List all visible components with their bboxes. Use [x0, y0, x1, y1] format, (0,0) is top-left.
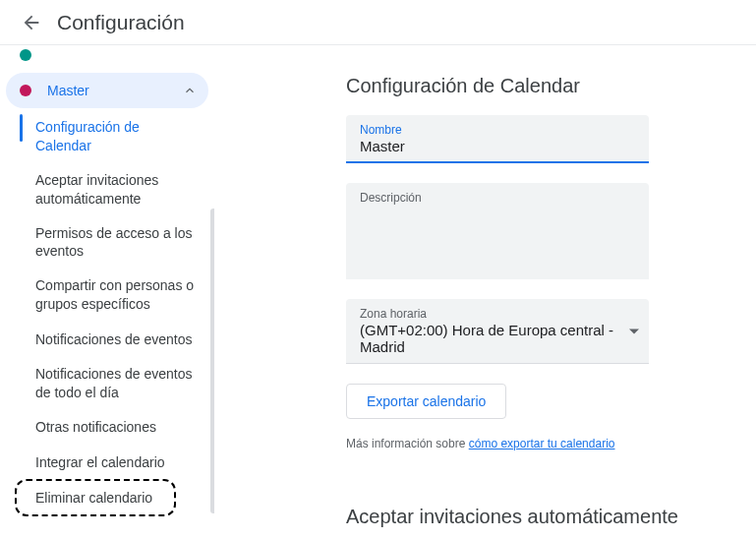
subnav-allday-notifications[interactable]: Notificaciones de eventos de todo el día: [6, 357, 208, 410]
calendar-color-dot: [20, 85, 31, 96]
subnav-integrate-calendar[interactable]: Integrar el calendario: [6, 446, 208, 481]
calendar-color-dot: [20, 49, 31, 61]
name-value: Master: [360, 138, 635, 155]
export-help-link[interactable]: cómo exportar tu calendario: [469, 437, 615, 450]
subnav-delete-calendar[interactable]: Eliminar calendario: [6, 481, 208, 516]
timezone-label: Zona horaria: [360, 307, 615, 321]
settings-sidebar: Master Configuración de Calendar Aceptar…: [0, 45, 214, 539]
export-moreinfo: Más información sobre cómo exportar tu c…: [346, 437, 756, 450]
description-value: [360, 206, 635, 223]
back-button[interactable]: [12, 3, 51, 42]
section-title-auto-accept: Aceptar invitaciones automáticamente: [346, 506, 756, 528]
sidebar-section-other-calendars: Configuración de otros calendarios: [6, 516, 208, 539]
subnav-access-permissions[interactable]: Permisos de acceso a los eventos: [6, 216, 208, 270]
sidebar-item-birthdays[interactable]: [6, 45, 208, 65]
sidebar-subnav: Configuración de Calendar Aceptar invita…: [6, 110, 208, 516]
page-title: Configuración: [57, 11, 185, 34]
subnav-share-people[interactable]: Compartir con personas o grupos específi…: [6, 269, 208, 322]
subnav-auto-accept[interactable]: Aceptar invitaciones automáticamente: [6, 163, 208, 216]
sidebar-item-master[interactable]: Master: [6, 73, 208, 108]
sidebar-item-label: Master: [47, 83, 183, 98]
chevron-up-icon: [183, 84, 197, 97]
settings-header: Configuración: [0, 0, 756, 45]
name-label: Nombre: [360, 123, 635, 137]
section-title-calendar-config: Configuración de Calendar: [346, 75, 756, 97]
subnav-event-notifications[interactable]: Notificaciones de eventos: [6, 322, 208, 357]
settings-main: Configuración de Calendar Nombre Master …: [214, 45, 756, 539]
description-label: Descripción: [360, 191, 635, 205]
subnav-other-notifications[interactable]: Otras notificaciones: [6, 410, 208, 446]
description-field[interactable]: Descripción: [346, 183, 649, 279]
arrow-left-icon: [21, 12, 42, 33]
export-calendar-button[interactable]: Exportar calendario: [346, 384, 506, 419]
timezone-select[interactable]: Zona horaria (GMT+02:00) Hora de Europa …: [346, 299, 649, 364]
caret-down-icon: [629, 329, 639, 333]
name-field[interactable]: Nombre Master: [346, 115, 649, 163]
subnav-calendar-config[interactable]: Configuración de Calendar: [6, 110, 208, 163]
scrollbar-thumb[interactable]: [210, 209, 214, 513]
timezone-value: (GMT+02:00) Hora de Europa central - Mad…: [360, 322, 615, 355]
